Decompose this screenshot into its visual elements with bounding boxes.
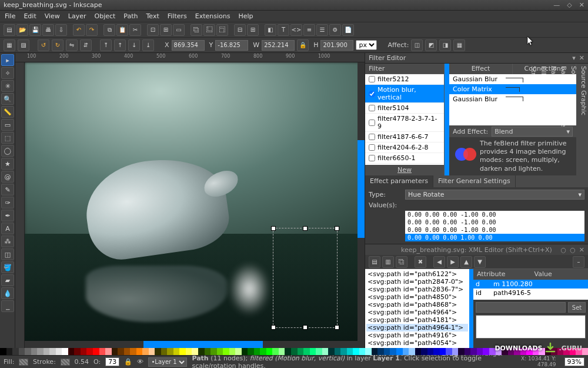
rotate-cw-button[interactable]: ↻ bbox=[52, 39, 64, 51]
undo-button[interactable]: ↶ bbox=[73, 24, 85, 36]
spiral-tool[interactable]: @ bbox=[1, 171, 14, 183]
indent-button[interactable]: ▶ bbox=[447, 256, 459, 268]
new-element-button[interactable]: ▤ bbox=[369, 256, 380, 268]
color-swatch[interactable] bbox=[272, 348, 279, 355]
color-swatch[interactable] bbox=[359, 348, 366, 355]
color-swatch[interactable] bbox=[415, 348, 422, 355]
color-swatch[interactable] bbox=[377, 348, 384, 355]
new-text-button[interactable]: ▥ bbox=[382, 256, 394, 268]
measure-tool[interactable]: 📏 bbox=[1, 106, 14, 118]
connector-tool[interactable]: ⎯ bbox=[1, 300, 14, 312]
color-swatch[interactable] bbox=[502, 348, 508, 355]
import-button[interactable]: ⇩ bbox=[55, 24, 67, 36]
color-swatch[interactable] bbox=[365, 348, 372, 355]
color-swatch[interactable] bbox=[514, 348, 520, 355]
color-swatch[interactable] bbox=[118, 348, 124, 355]
tab-filter-general[interactable]: Filter General Settings bbox=[433, 175, 516, 187]
selection-box[interactable] bbox=[273, 228, 338, 328]
lower-bottom-button[interactable]: ⤓ bbox=[142, 39, 154, 51]
color-swatch[interactable] bbox=[526, 348, 533, 355]
color-swatch[interactable] bbox=[310, 348, 316, 355]
color-swatch[interactable] bbox=[235, 348, 242, 355]
attr-row[interactable]: idpath4916-5 bbox=[473, 289, 588, 297]
xml-tree[interactable]: <svg:path id="path6122"><svg:path id="pa… bbox=[365, 269, 469, 348]
bezier-tool[interactable]: ✑ bbox=[1, 197, 14, 208]
color-swatch[interactable] bbox=[56, 348, 62, 355]
calligraphy-tool[interactable]: ✒ bbox=[1, 210, 14, 221]
save-button[interactable]: 💾 bbox=[29, 24, 41, 36]
move-down-button[interactable]: ▼ bbox=[474, 256, 486, 268]
color-swatch[interactable] bbox=[433, 348, 440, 355]
color-swatch[interactable] bbox=[489, 348, 496, 355]
color-swatch[interactable] bbox=[496, 348, 502, 355]
unindent-button[interactable]: ◀ bbox=[433, 256, 445, 268]
filter-list-scrollbar[interactable] bbox=[445, 64, 449, 175]
new-filter-link[interactable]: New bbox=[365, 165, 444, 175]
color-swatch[interactable] bbox=[303, 348, 310, 355]
delete-attr-button[interactable]: – bbox=[573, 256, 584, 268]
set-button[interactable]: Set bbox=[568, 302, 586, 313]
selector-tool[interactable]: ▸ bbox=[1, 54, 14, 66]
new-doc-button[interactable]: ▤ bbox=[4, 24, 15, 36]
color-swatch[interactable] bbox=[192, 348, 198, 355]
zoom-value[interactable]: 93% bbox=[564, 357, 584, 366]
spray-tool[interactable]: ⁂ bbox=[1, 236, 14, 247]
xml-node[interactable]: <svg:path id="path4850"> bbox=[366, 293, 468, 301]
color-palette[interactable] bbox=[0, 348, 588, 355]
filter-checkbox[interactable] bbox=[369, 120, 375, 126]
star-tool[interactable]: ★ bbox=[1, 158, 14, 170]
node-tool[interactable]: ✧ bbox=[1, 67, 14, 79]
attr-list[interactable]: dm 1100.280idpath4916-5 bbox=[473, 280, 588, 300]
flip-v-button[interactable]: ⇵ bbox=[80, 39, 92, 51]
color-swatch[interactable] bbox=[545, 348, 552, 355]
color-swatch[interactable] bbox=[217, 348, 223, 355]
align-button[interactable]: ≡ bbox=[303, 24, 315, 36]
layer-select[interactable]: •Layer 1 bbox=[148, 357, 187, 367]
color-swatch[interactable] bbox=[12, 348, 19, 355]
color-swatch[interactable] bbox=[44, 348, 50, 355]
rect-tool[interactable]: ▭ bbox=[1, 119, 14, 131]
document-properties-button[interactable]: 📄 bbox=[342, 24, 354, 36]
color-swatch[interactable] bbox=[452, 348, 459, 355]
zoom-page-button[interactable]: ▭ bbox=[173, 24, 185, 36]
color-swatch[interactable] bbox=[279, 348, 285, 355]
color-swatch[interactable] bbox=[93, 348, 99, 355]
color-swatch[interactable] bbox=[409, 348, 415, 355]
raise-top-button[interactable]: ⤒ bbox=[100, 39, 112, 51]
color-swatch[interactable] bbox=[49, 348, 56, 355]
color-swatch[interactable] bbox=[25, 348, 31, 355]
color-swatch[interactable] bbox=[130, 348, 136, 355]
type-select[interactable]: Hue Rotate▾ bbox=[405, 190, 584, 200]
layer-visible-icon[interactable]: 👁 bbox=[137, 358, 143, 366]
color-swatch[interactable] bbox=[254, 348, 260, 355]
unlink-clone-button[interactable]: ⿹ bbox=[216, 24, 228, 36]
color-swatch[interactable] bbox=[74, 348, 81, 355]
window-maximize-icon[interactable]: ◇ bbox=[567, 1, 572, 9]
copy-button[interactable]: ⧉ bbox=[103, 24, 115, 36]
filter-item[interactable]: filter4778-2-3-7-1-9 bbox=[365, 114, 444, 132]
filter-checkbox[interactable] bbox=[369, 134, 375, 140]
xml-node[interactable]: <svg:path id="path4964-1"> bbox=[366, 324, 468, 331]
flip-h-button[interactable]: ⇋ bbox=[66, 39, 78, 51]
attr-row[interactable]: dm 1100.280 bbox=[473, 280, 588, 289]
menu-help[interactable]: Help bbox=[238, 12, 253, 20]
affect-pattern-button[interactable]: ▦ bbox=[453, 39, 465, 51]
filter-checkbox[interactable] bbox=[369, 155, 375, 161]
filter-checkbox[interactable] bbox=[369, 91, 375, 97]
panel-min-icon[interactable]: ▾ bbox=[572, 54, 576, 62]
input-sources-strip[interactable]: Source GraphicSource AlphaBackground Ima… bbox=[576, 64, 588, 175]
color-swatch[interactable] bbox=[353, 348, 359, 355]
stroke-swatch[interactable] bbox=[61, 359, 70, 366]
color-swatch[interactable] bbox=[248, 348, 254, 355]
move-up-button[interactable]: ▲ bbox=[460, 256, 472, 268]
color-swatch[interactable] bbox=[149, 348, 155, 355]
color-swatch[interactable] bbox=[167, 348, 173, 355]
filter-item[interactable]: filter4204-6-2-8 bbox=[365, 142, 444, 153]
fill-swatch[interactable] bbox=[19, 359, 28, 366]
scrollbar-horizontal[interactable] bbox=[25, 341, 365, 348]
fill-stroke-button[interactable]: ◧ bbox=[265, 24, 276, 36]
panel-close-icon[interactable]: ✕ bbox=[579, 246, 584, 254]
color-swatch[interactable] bbox=[229, 348, 236, 355]
color-swatch[interactable] bbox=[570, 348, 576, 355]
ruler-horizontal[interactable]: 1002003004005006007008009001000 bbox=[15, 53, 365, 62]
